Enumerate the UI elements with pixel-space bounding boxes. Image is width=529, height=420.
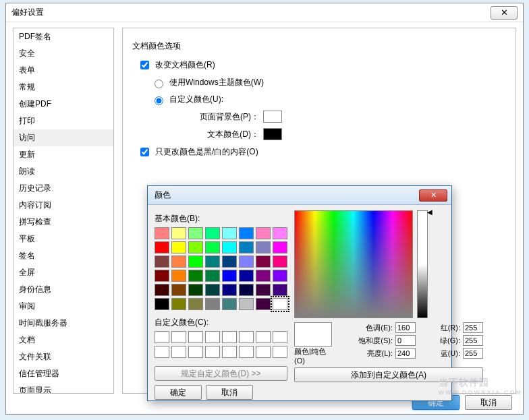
basic-color-cell[interactable] (239, 284, 254, 296)
sidebar-item[interactable]: 内容订阅 (13, 197, 113, 214)
basic-color-cell[interactable] (239, 298, 254, 310)
basic-color-cell[interactable] (155, 241, 169, 253)
color-cancel-button[interactable]: 取消 (206, 385, 253, 400)
basic-color-cell[interactable] (188, 241, 203, 253)
basic-color-cell[interactable] (239, 256, 254, 268)
basic-color-cell[interactable] (222, 298, 237, 310)
basic-color-cell[interactable] (273, 270, 287, 282)
basic-color-cell[interactable] (155, 298, 169, 310)
basic-color-cell[interactable] (171, 298, 186, 310)
basic-color-cell[interactable] (256, 227, 271, 239)
basic-color-cell[interactable] (273, 284, 287, 296)
sidebar-item[interactable]: 签名 (13, 247, 113, 264)
sidebar-item[interactable]: 更新 (13, 146, 113, 163)
sidebar-item[interactable]: 表单 (13, 62, 113, 79)
custom-color-cell[interactable] (239, 346, 254, 358)
custom-color-cell[interactable] (155, 346, 169, 358)
sidebar-item[interactable]: 文件关联 (13, 349, 113, 365)
custom-color-cell[interactable] (239, 331, 254, 343)
sat-input[interactable] (395, 335, 416, 346)
hue-input[interactable] (395, 322, 416, 333)
sidebar-item[interactable]: 平板 (13, 231, 113, 247)
basic-color-cell[interactable] (155, 256, 169, 268)
sidebar-item[interactable]: 朗读 (13, 163, 113, 180)
sidebar-item[interactable]: 打印 (13, 113, 113, 129)
basic-color-cell[interactable] (273, 298, 287, 310)
basic-color-cell[interactable] (273, 241, 287, 253)
basic-color-cell[interactable] (256, 270, 271, 282)
blue-input[interactable] (463, 348, 483, 359)
basic-color-cell[interactable] (256, 256, 271, 268)
text-color-swatch[interactable] (263, 128, 282, 140)
sidebar-item[interactable]: 时间戳服务器 (13, 315, 113, 332)
basic-color-cell[interactable] (171, 256, 186, 268)
sidebar-item[interactable]: 身份信息 (13, 281, 113, 298)
custom-color-cell[interactable] (256, 346, 271, 358)
custom-color-cell[interactable] (171, 331, 186, 343)
basic-color-cell[interactable] (256, 241, 271, 253)
add-to-custom-button[interactable]: 添加到自定义颜色(A) (294, 367, 483, 382)
custom-color-cell[interactable] (222, 331, 237, 343)
custom-color-cell[interactable] (171, 346, 186, 358)
basic-color-cell[interactable] (171, 227, 186, 239)
sidebar-item[interactable]: 审阅 (13, 298, 113, 315)
basic-color-cell[interactable] (205, 241, 220, 253)
sidebar-item[interactable]: 创建PDF (13, 96, 113, 113)
custom-color-cell[interactable] (273, 331, 287, 343)
basic-color-cell[interactable] (188, 284, 203, 296)
basic-color-cell[interactable] (256, 284, 271, 296)
basic-color-cell[interactable] (273, 227, 287, 239)
sidebar-item[interactable]: 历史记录 (13, 180, 113, 197)
sidebar-item[interactable]: 访问 (13, 129, 113, 146)
custom-color-cell[interactable] (205, 331, 220, 343)
basic-color-cell[interactable] (171, 241, 186, 253)
sidebar-item[interactable]: PDF签名 (13, 28, 113, 45)
green-input[interactable] (463, 335, 483, 346)
basic-color-cell[interactable] (256, 298, 271, 310)
close-button[interactable]: ✕ (491, 6, 518, 20)
basic-color-cell[interactable] (171, 284, 186, 296)
basic-color-cell[interactable] (222, 284, 237, 296)
page-bg-swatch[interactable] (263, 111, 282, 123)
custom-color-radio[interactable] (155, 96, 163, 105)
basic-color-cell[interactable] (205, 298, 220, 310)
define-custom-button[interactable]: 规定自定义颜色(D) >> (155, 366, 287, 381)
basic-color-cell[interactable] (205, 256, 220, 268)
windows-theme-radio[interactable] (155, 80, 163, 88)
basic-color-cell[interactable] (155, 284, 169, 296)
custom-color-cell[interactable] (188, 346, 203, 358)
basic-color-cell[interactable] (239, 227, 254, 239)
custom-color-cell[interactable] (273, 346, 287, 358)
sidebar-item[interactable]: 安全 (13, 45, 113, 62)
basic-color-cell[interactable] (222, 270, 237, 282)
basic-color-cell[interactable] (188, 270, 203, 282)
basic-color-cell[interactable] (273, 256, 287, 268)
basic-color-cell[interactable] (222, 241, 237, 253)
custom-color-cell[interactable] (256, 331, 271, 343)
basic-color-cell[interactable] (222, 256, 237, 268)
custom-color-cell[interactable] (205, 346, 220, 358)
sidebar-item[interactable]: 常规 (13, 79, 113, 96)
basic-color-cell[interactable] (239, 270, 254, 282)
color-ok-button[interactable]: 确定 (155, 385, 202, 400)
basic-color-cell[interactable] (188, 298, 203, 310)
basic-color-cell[interactable] (239, 241, 254, 253)
basic-color-cell[interactable] (205, 284, 220, 296)
sidebar-item[interactable]: 拼写检查 (13, 214, 113, 231)
sidebar-item[interactable]: 信任管理器 (13, 365, 113, 382)
only-bw-checkbox[interactable] (140, 148, 149, 156)
basic-color-cell[interactable] (188, 227, 203, 239)
lum-input[interactable] (395, 348, 416, 359)
luminance-slider[interactable]: ◀ (417, 210, 428, 318)
sidebar-item[interactable]: 页面显示 (13, 382, 113, 394)
custom-color-cell[interactable] (222, 346, 237, 358)
custom-color-cell[interactable] (155, 331, 169, 343)
sidebar-item[interactable]: 全屏 (13, 264, 113, 281)
color-gradient-picker[interactable] (294, 210, 413, 318)
basic-color-cell[interactable] (155, 227, 169, 239)
basic-color-cell[interactable] (222, 227, 237, 239)
sidebar-item[interactable]: 文档 (13, 332, 113, 349)
change-colors-checkbox[interactable] (140, 61, 149, 69)
red-input[interactable] (463, 322, 483, 333)
basic-color-cell[interactable] (205, 227, 220, 239)
